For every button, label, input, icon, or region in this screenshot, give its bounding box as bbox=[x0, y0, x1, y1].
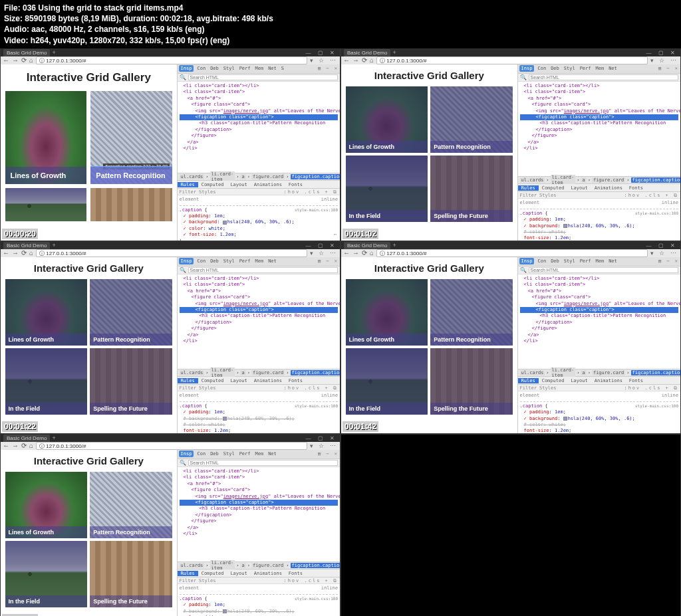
meta-video-value: h264, yuv420p, 1280x720, 332 kb/s, 15,00… bbox=[31, 36, 230, 45]
devtools-tab[interactable]: Con bbox=[196, 66, 207, 71]
window-titlebar[interactable]: Basic Grid Demo + — ▢ ✕ bbox=[341, 49, 680, 56]
thumbnail-grid: Basic Grid Demo + — ▢ ✕ ← → ⟳ ⌂ ⓘ 127.0.… bbox=[0, 49, 681, 616]
home-icon[interactable]: ⌂ bbox=[29, 56, 33, 64]
timestamp: 00:01:22 bbox=[2, 421, 38, 432]
devtools-panel: Insp Con Deb Styl Perf Mem Net S ▤ ⋯ ✕ 🔍… bbox=[177, 64, 340, 241]
timestamp: 00:01:02 bbox=[342, 229, 378, 239]
browser-tab[interactable]: Basic Grid Demo bbox=[3, 49, 50, 56]
nav-back-icon[interactable]: ← bbox=[3, 249, 9, 257]
meta-file-label: File: bbox=[4, 3, 21, 13]
nav-fwd-icon[interactable]: → bbox=[352, 56, 359, 64]
card-leaf[interactable]: Lines of Growth bbox=[346, 86, 428, 153]
thumbnail-2: Basic Grid Demo + — ▢ ✕ ← → ⟳ ⌂ ⓘ 127.0.… bbox=[340, 49, 681, 241]
file-metadata: File: 036 Using the grid to stack grid i… bbox=[0, 0, 681, 49]
watermark: ⋯ bbox=[334, 232, 337, 238]
url-field[interactable]: ⓘ 127.0.0.1:3000/# bbox=[36, 56, 307, 64]
nav-back-icon[interactable]: ← bbox=[343, 249, 350, 257]
search-icon: 🔍 bbox=[180, 267, 186, 273]
thumbnail-5: Basic Grid Demo+— ▢ ✕ ←→⟳⌂ⓘ 127.0.0.1:30… bbox=[0, 434, 340, 616]
reload-icon[interactable]: ⟳ bbox=[21, 249, 27, 257]
devtools-tab[interactable]: Styl bbox=[222, 66, 236, 71]
thumbnail-1: Basic Grid Demo + — ▢ ✕ ← → ⟳ ⌂ ⓘ 127.0.… bbox=[0, 49, 340, 241]
window-controls[interactable]: — ▢ ✕ bbox=[306, 50, 337, 56]
devtools-search: 🔍 bbox=[178, 74, 340, 82]
thumbnail-4: Basic Grid Demo+— ▢ ✕ ←→⟳⌂ⓘ 127.0.0.1:30… bbox=[340, 241, 681, 434]
home-icon[interactable]: ⌂ bbox=[29, 442, 33, 449]
nav-fwd-icon[interactable]: → bbox=[352, 249, 359, 257]
devtools-tabs[interactable]: Insp Con Deb Styl Perf Mem Net S ▤ ⋯ ✕ bbox=[178, 64, 340, 74]
reload-icon[interactable]: ⟳ bbox=[362, 249, 367, 257]
nav-fwd-icon[interactable]: → bbox=[12, 56, 19, 64]
filter-icons[interactable]: :hov .cls + ⧉ bbox=[283, 189, 338, 195]
nav-back-icon[interactable]: ← bbox=[3, 56, 9, 64]
devtools-filter-bar: Filter Styles :hov .cls + ⧉ bbox=[178, 189, 340, 195]
timestamp: 00:00:20 bbox=[2, 229, 38, 239]
devtools-dom-tree[interactable]: <li class="card-item"></li> <li class="c… bbox=[178, 82, 340, 173]
card-blocks[interactable] bbox=[90, 188, 172, 221]
meta-size-value: 8590198 bytes (8,19 MiB), duration: 00:0… bbox=[25, 14, 273, 23]
address-bar: ← → ⟳ ⌂ ⓘ 127.0.0.1:3000/# ▾ ☆ ⋯ bbox=[1, 56, 340, 64]
devtools-tab[interactable]: Perf bbox=[238, 66, 252, 71]
devtools-tab[interactable]: Mem bbox=[254, 66, 265, 71]
devtools-toolbar-icons[interactable]: ▤ ⋯ ✕ bbox=[318, 66, 339, 71]
card-field[interactable] bbox=[5, 188, 87, 221]
devtools-tab[interactable]: S bbox=[280, 66, 285, 71]
window-titlebar[interactable]: Basic Grid Demo + — ▢ ✕ bbox=[1, 49, 340, 56]
page-title: Interactive Grid Gallery bbox=[374, 70, 484, 81]
reload-icon[interactable]: ⟳ bbox=[362, 56, 367, 64]
meta-audio-label: Audio: bbox=[4, 25, 29, 34]
devtools-tab-inspector[interactable]: Insp bbox=[179, 65, 194, 72]
field-image bbox=[5, 188, 87, 221]
gallery-grid: Lines of Growth figcaption.caption 272 ×… bbox=[5, 91, 172, 221]
reload-icon[interactable]: ⟳ bbox=[21, 56, 27, 64]
meta-size-label: Size: bbox=[4, 14, 23, 23]
search-icon: 🔍 bbox=[520, 74, 527, 80]
devtools-tab[interactable]: Deb bbox=[209, 66, 220, 71]
nav-back-icon[interactable]: ← bbox=[3, 442, 9, 449]
thumbnail-empty bbox=[340, 434, 681, 616]
new-tab-icon[interactable]: + bbox=[52, 49, 55, 56]
devtools-breadcrumb[interactable]: ul.cards› li.card-item› a› figure.card› … bbox=[178, 173, 340, 181]
nav-fwd-icon[interactable]: → bbox=[12, 249, 19, 257]
card-blocks[interactable]: Spelling the Future bbox=[430, 155, 513, 222]
blocks-image bbox=[90, 188, 172, 221]
card-leaf[interactable]: Lines of Growth bbox=[5, 91, 87, 184]
filter-label: Filter Styles bbox=[180, 189, 216, 195]
home-icon[interactable]: ⌂ bbox=[370, 56, 374, 64]
reload-icon[interactable]: ⟳ bbox=[21, 442, 27, 449]
meta-video-label: Video: bbox=[4, 36, 28, 45]
meta-file-value: 036 Using the grid to stack grid items.m… bbox=[23, 3, 183, 13]
caption-nerve-selected: Pattern Recognition bbox=[90, 167, 172, 184]
devtools-styles[interactable]: elementinline style-main.css:100 .captio… bbox=[178, 195, 340, 241]
search-icon: 🔍 bbox=[520, 267, 527, 273]
card-field[interactable]: In the Field bbox=[346, 155, 428, 222]
timestamp: 00:01:42 bbox=[342, 421, 378, 432]
devtools-style-subtabs[interactable]: Rules Computed Layout Animations Fonts bbox=[178, 181, 340, 189]
card-nerve[interactable]: Pattern Recognition bbox=[430, 86, 513, 153]
home-icon[interactable]: ⌂ bbox=[29, 249, 33, 257]
browser-window: Basic Grid Demo + — ▢ ✕ ← → ⟳ ⌂ ⓘ 127.0.… bbox=[1, 49, 340, 241]
devtools-search-input[interactable] bbox=[188, 74, 338, 80]
page-title: Interactive Grid Gallery bbox=[27, 71, 151, 84]
meta-audio-value: aac, 48000 Hz, 2 channels, s16, 159 kb/s… bbox=[31, 25, 204, 34]
devtools-tab[interactable]: Net bbox=[267, 66, 278, 71]
dom-selected-node[interactable]: <figcaption class="caption"> bbox=[180, 114, 338, 120]
search-icon: 🔍 bbox=[180, 74, 186, 80]
nav-back-icon[interactable]: ← bbox=[343, 56, 350, 64]
page-content: Interactive Grid Gallery Lines of Growth… bbox=[1, 64, 177, 241]
nav-fwd-icon[interactable]: → bbox=[12, 442, 19, 449]
thumbnail-3: Basic Grid Demo+— ▢ ✕ ←→⟳⌂ⓘ 127.0.0.1:30… bbox=[0, 241, 340, 434]
home-icon[interactable]: ⌂ bbox=[370, 249, 374, 257]
addr-actions[interactable]: ▾ ☆ ⋯ bbox=[310, 57, 338, 64]
search-icon: 🔍 bbox=[180, 460, 186, 466]
card-nerve[interactable]: figcaption.caption 272 × 78.88 Pattern R… bbox=[90, 91, 172, 184]
caption-leaf: Lines of Growth bbox=[5, 167, 87, 184]
